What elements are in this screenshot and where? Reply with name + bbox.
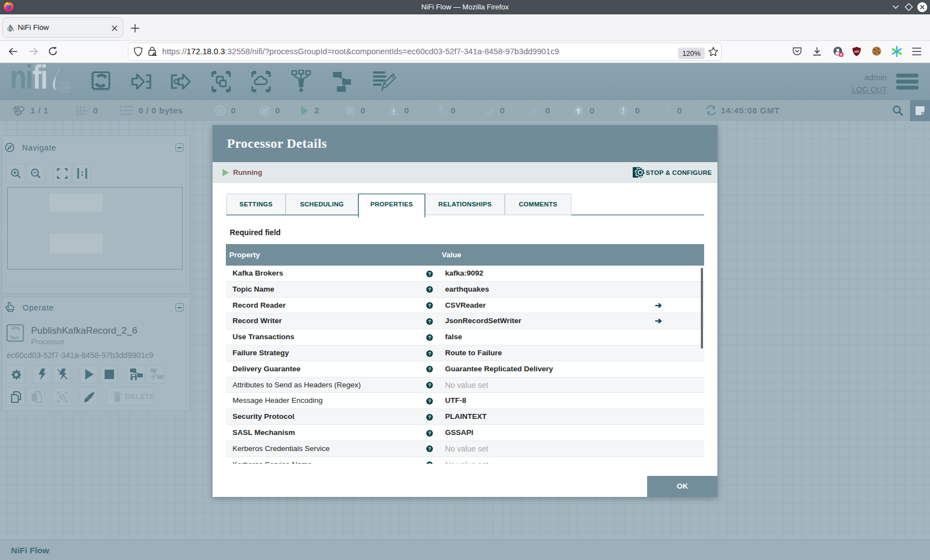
svg-text:uO: uO: [854, 50, 859, 53]
